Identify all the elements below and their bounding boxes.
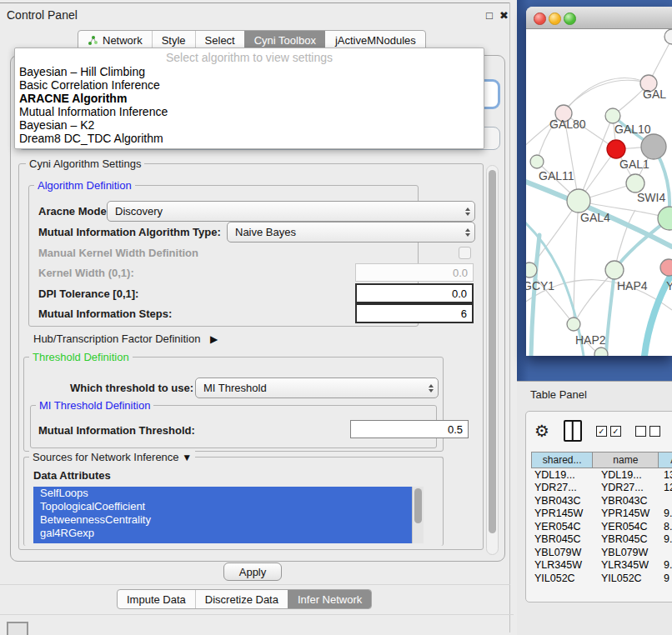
network-node[interactable]: [607, 140, 625, 158]
algorithm-option-bayesian-hill-climbing[interactable]: Bayesian – Hill Climbing: [15, 65, 484, 78]
close-panel-icon[interactable]: ✖: [499, 9, 509, 22]
table-row[interactable]: YDR27...YDR27...12: [531, 482, 672, 495]
tab-infer-network[interactable]: Infer Network: [288, 590, 371, 608]
stepper-icon: [424, 384, 438, 392]
table-row[interactable]: YDL19...YDL19...13: [531, 468, 672, 482]
column-header-a[interactable]: A...: [659, 452, 672, 468]
split-columns-icon[interactable]: [564, 420, 582, 442]
mi-type-value: Naive Bayes: [228, 226, 461, 238]
network-node[interactable]: [641, 134, 666, 159]
algorithm-option-bayesian-k2[interactable]: Bayesian – K2: [15, 118, 484, 132]
mi-type-select[interactable]: Naive Bayes: [227, 222, 475, 242]
table-cell: YIL052C: [531, 572, 593, 584]
threshold-definition-title: Threshold Definition: [29, 351, 133, 363]
network-node[interactable]: [594, 348, 608, 356]
attribute-item-gal4rgexp[interactable]: gal4RGexp: [33, 527, 412, 540]
data-attributes-items: SelfLoopsTopologicalCoefficientBetweenne…: [33, 487, 412, 543]
network-node[interactable]: [567, 318, 580, 331]
node-label-y: Y: [666, 279, 672, 292]
attributes-scrollbar[interactable]: [412, 487, 424, 543]
table-row[interactable]: YLR345WYLR345W9.: [531, 559, 672, 572]
sources-title-text: Sources for Network Inference: [33, 451, 179, 463]
node-label-gal4: GAL4: [580, 211, 610, 224]
table-cell: 9.: [659, 508, 672, 519]
table-panel-title: Table Panel: [530, 388, 587, 401]
table-cell: YPR145W: [531, 508, 593, 519]
table-cell: YLR345W: [593, 559, 659, 571]
algorithm-option-basic-correlation-inference[interactable]: Basic Correlation Inference: [15, 78, 484, 92]
tab-discretize-data[interactable]: Discretize Data: [195, 590, 288, 608]
sources-title[interactable]: Sources for Network Inference ▼: [29, 451, 195, 463]
algorithm-option-aracne-algorithm[interactable]: ARACNE Algorithm: [15, 92, 484, 105]
network-node[interactable]: [660, 259, 672, 276]
kernel-width-input[interactable]: [355, 263, 474, 282]
hub-definition-toggle[interactable]: Hub/Transcription Factor Definition ▶: [33, 332, 218, 345]
attributes-scrollbar-thumb[interactable]: [414, 488, 422, 523]
table-row[interactable]: YBR043CYBR043C: [531, 494, 672, 508]
tab-impute-data[interactable]: Impute Data: [118, 590, 195, 608]
node-label-gal11: GAL11: [539, 169, 574, 182]
aracne-mode-select[interactable]: Discovery: [107, 201, 475, 222]
algorithm-dropdown-items: Bayesian – Hill ClimbingBasic Correlatio…: [15, 65, 484, 145]
table-cell: YLR345W: [531, 559, 593, 571]
data-attributes-label: Data Attributes: [33, 469, 111, 482]
mac-minimize-button[interactable]: [549, 12, 561, 25]
dpi-tolerance-label: DPI Tolerance [0,1]:: [38, 288, 138, 300]
attribute-item-betweennesscentrality[interactable]: BetweennessCentrality: [33, 513, 412, 527]
table-row[interactable]: YIL052CYIL052C9: [531, 572, 672, 585]
network-edge[interactable]: [574, 201, 579, 324]
network-node[interactable]: [626, 174, 644, 192]
table-panel-body: ⚙✓✓ shared...nameA...YDL19...YDL19...13Y…: [525, 411, 672, 602]
which-threshold-select[interactable]: MI Threshold: [195, 378, 439, 398]
node-label-swi4: SWI4: [637, 191, 665, 204]
mi-steps-input[interactable]: [355, 303, 474, 323]
table-cell: YBR045C: [531, 533, 593, 545]
network-canvas[interactable]: GALGAL80GAL10GAL11GAL1SWI4GAL4GCY1HAP4YH…: [526, 28, 672, 356]
network-node[interactable]: [526, 262, 537, 278]
column-header-name[interactable]: name: [593, 452, 659, 468]
table-cell: YBR045C: [593, 533, 659, 545]
table-cell: 9.: [659, 533, 672, 545]
aracne-mode-value: Discovery: [108, 205, 461, 218]
table-cell: YDR27...: [593, 482, 659, 493]
algorithm-option-dream8-dc-tdc-algorithm[interactable]: Dream8 DC_TDC Algorithm: [15, 132, 484, 145]
network-edge[interactable]: [606, 270, 614, 356]
kernel-width-label: Kernel Width (0,1):: [38, 267, 134, 279]
network-node[interactable]: [567, 189, 590, 212]
checked-pair-icon[interactable]: ✓✓: [596, 426, 621, 437]
node-label-gal10: GAL10: [614, 122, 651, 136]
network-node[interactable]: [605, 261, 624, 279]
settings-scrollbar-thumb[interactable]: [489, 170, 496, 533]
unchecked-pair-icon[interactable]: [635, 426, 660, 437]
float-panel-icon[interactable]: □: [486, 9, 493, 22]
network-window-titlebar[interactable]: [526, 7, 672, 29]
table-row[interactable]: YBL079WYBL079W: [531, 546, 672, 559]
algorithm-option-mutual-information-inference[interactable]: Mutual Information Inference: [15, 105, 484, 118]
attribute-item-topologicalcoefficient[interactable]: TopologicalCoefficient: [33, 500, 412, 513]
table-row[interactable]: YER054CYER054C8.: [531, 520, 672, 533]
settings-scrollbar[interactable]: [486, 165, 499, 555]
manual-kernel-label: Manual Kernel Width Definition: [38, 247, 198, 259]
tab-label: Impute Data: [127, 593, 186, 606]
table-row[interactable]: YBR045CYBR045C9.: [531, 533, 672, 547]
table-cell: 9.: [659, 559, 672, 571]
network-node[interactable]: [530, 155, 544, 168]
mac-close-button[interactable]: [534, 12, 546, 25]
corner-gadget[interactable]: [7, 622, 28, 635]
table-row[interactable]: YPR145WYPR145W9.: [531, 508, 672, 521]
network-edge[interactable]: [531, 235, 539, 356]
algorithm-dropdown-prompt: Select algorithm to view settings: [15, 51, 484, 65]
attribute-item-selfloops[interactable]: SelfLoops: [33, 487, 412, 500]
apply-button[interactable]: Apply: [223, 562, 282, 581]
column-header-shared[interactable]: shared...: [532, 452, 593, 468]
bottom-tab-bar: Impute DataDiscretize DataInfer Network: [117, 589, 372, 609]
node-label-gal80: GAL80: [549, 118, 586, 131]
gear-icon[interactable]: ⚙: [534, 422, 549, 439]
network-node[interactable]: [605, 108, 620, 123]
manual-kernel-checkbox[interactable]: [459, 247, 471, 259]
network-icon: [88, 35, 98, 46]
mac-zoom-button[interactable]: [564, 12, 576, 25]
network-node[interactable]: [664, 29, 672, 44]
mi-threshold-input[interactable]: [350, 420, 469, 438]
dpi-tolerance-input[interactable]: [355, 283, 474, 303]
